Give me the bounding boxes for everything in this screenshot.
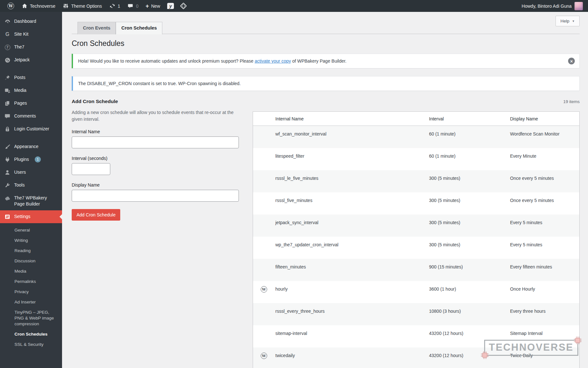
settings-submenu: General Writing Reading Discussion Media… <box>0 223 62 352</box>
table-row: W hourly 3600 (1 hour) Once Hourly <box>253 281 580 303</box>
help-button[interactable]: Help ▼ <box>556 16 580 26</box>
sidebar-item-dashboard[interactable]: Dashboard <box>0 15 62 28</box>
update-icon <box>109 3 115 9</box>
sidebar-item-comments[interactable]: Comments <box>0 110 62 123</box>
interval-cell: 300 (5 minutes) <box>429 237 510 259</box>
sidebar-item-label: The7 <box>14 44 24 50</box>
comments-menu[interactable]: 0 <box>124 0 141 12</box>
sidebar-item-wpbakery[interactable]: The7 WPBakery Page Builder <box>0 192 62 210</box>
site-name-label: Technoverse <box>30 4 55 9</box>
brush-icon <box>4 144 11 150</box>
submenu-item-media[interactable]: Media <box>0 266 62 276</box>
sidebar-item-site-kit[interactable]: G Site Kit <box>0 28 62 41</box>
display-name-label: Display Name <box>72 182 239 188</box>
table-row: rsssl_every_three_hours 10800 (3 hours) … <box>253 303 580 325</box>
internal-name-cell: rsssl_le_five_minutes <box>276 170 429 192</box>
sidebar-item-appearance[interactable]: Appearance <box>0 140 62 153</box>
sidebar-item-label: Jetpack <box>14 57 30 63</box>
user-icon <box>4 169 11 176</box>
updates-menu[interactable]: 1 <box>106 0 123 12</box>
sidebar-item-pages[interactable]: Pages <box>0 97 62 110</box>
sidebar-item-users[interactable]: Users <box>0 166 62 179</box>
wpbakery-menu[interactable] <box>178 0 189 12</box>
table-header-row: Internal Name Interval Display Name <box>253 112 580 126</box>
sidebar-item-media[interactable]: Media <box>0 84 62 97</box>
submenu-item-permalinks[interactable]: Permalinks <box>0 276 62 287</box>
dashboard-icon <box>4 18 11 25</box>
add-cron-schedule-button[interactable]: Add Cron Schedule <box>72 209 120 221</box>
site-name-menu[interactable]: Technoverse <box>18 0 58 12</box>
sidebar-item-label: Plugins <box>14 156 29 162</box>
sliders-icon <box>62 3 69 9</box>
submenu-item-reading[interactable]: Reading <box>0 246 62 256</box>
table-row: fifteen_minutes 900 (15 minutes) Every f… <box>253 259 580 281</box>
yoast-menu[interactable]: y <box>164 0 177 12</box>
wordpress-menu[interactable]: W <box>5 0 17 12</box>
display-name-input[interactable] <box>72 190 239 202</box>
sidebar-item-posts[interactable]: Posts <box>0 71 62 84</box>
comments-icon <box>4 113 11 119</box>
chevron-down-icon: ▼ <box>572 20 575 23</box>
sidebar-item-label: The7 WPBakery Page Builder <box>14 195 58 207</box>
plugins-update-badge: 1 <box>35 156 41 162</box>
table-row: litespeed_filter 60 (1 minute) Every Min… <box>253 148 580 170</box>
internal-name-cell: wp_the7_updater_cron_interval <box>276 237 429 259</box>
update-count: 1 <box>118 4 120 9</box>
cron-schedules-table: Internal Name Interval Display Name wf_s… <box>253 111 580 368</box>
submenu-item-ad-inserter[interactable]: Ad Inserter <box>0 297 62 307</box>
internal-name-cell: fifteen_minutes <box>276 259 429 281</box>
watermark-text: TECHNOVERSE <box>489 342 574 353</box>
display-name-cell: Wordfence Scan Monitor <box>510 126 580 148</box>
admin-bar: W Technoverse Theme Options 1 <box>0 0 588 12</box>
dismiss-notice-button[interactable]: × <box>568 58 575 65</box>
theme-options-menu[interactable]: Theme Options <box>59 0 105 12</box>
interval-cell: 10800 (3 hours) <box>429 303 510 325</box>
google-g-icon: G <box>4 31 11 38</box>
tab-cron-events[interactable]: Cron Events <box>77 22 116 34</box>
submenu-item-privacy[interactable]: Privacy <box>0 287 62 297</box>
account-menu[interactable]: Howdy, Bintoro Adi Guna <box>519 0 583 12</box>
lock-icon <box>4 126 11 132</box>
submenu-item-tinypng[interactable]: TinyPNG – JPEG, PNG & WebP image compres… <box>0 307 62 329</box>
submenu-item-discussion[interactable]: Discussion <box>0 256 62 266</box>
notice-text: The DISABLE_WP_CRON constant is set to t… <box>78 81 241 86</box>
tab-bar: Cron Events Cron Schedules <box>77 22 580 34</box>
interval-cell: 300 (5 minutes) <box>429 192 510 215</box>
submenu-item-ssl-security[interactable]: SSL & Security <box>0 339 62 350</box>
internal-name-cell: wf_scan_monitor_interval <box>276 126 429 148</box>
form-description: Adding a new cron schedule will allow yo… <box>72 109 234 123</box>
internal-name-cell: rsssl_every_three_hours <box>276 303 429 325</box>
sidebar-item-login-customizer[interactable]: Login Customizer <box>0 123 62 136</box>
internal-name-cell: litespeed_filter <box>276 148 429 170</box>
sidebar-item-label: Users <box>14 169 26 175</box>
sidebar-item-plugins[interactable]: Plugins 1 <box>0 153 62 166</box>
new-label: New <box>151 4 160 9</box>
display-name-cell: Once every 5 minutes <box>510 192 580 215</box>
sidebar-item-settings[interactable]: Settings <box>0 210 62 223</box>
submenu-item-writing[interactable]: Writing <box>0 235 62 246</box>
pages-icon <box>4 100 11 107</box>
table-row: wp_the7_updater_cron_interval 300 (5 min… <box>253 237 580 259</box>
column-header-interval: Interval <box>429 112 510 126</box>
submenu-item-general[interactable]: General <box>0 225 62 235</box>
interval-input[interactable] <box>72 163 110 175</box>
close-icon: × <box>570 59 573 63</box>
sidebar-item-label: Site Kit <box>14 31 28 37</box>
the7-icon: 7 <box>4 44 11 50</box>
avatar <box>574 2 583 10</box>
yoast-icon: y <box>167 3 174 9</box>
sidebar-item-jetpack[interactable]: Jetpack <box>0 54 62 66</box>
sidebar-item-tools[interactable]: Tools <box>0 179 62 192</box>
activate-copy-link[interactable]: activate your copy <box>255 58 291 64</box>
home-icon <box>21 3 28 9</box>
new-content-menu[interactable]: + New <box>143 0 163 12</box>
internal-name-input[interactable] <box>72 136 239 148</box>
tab-cron-schedules[interactable]: Cron Schedules <box>116 22 162 34</box>
internal-name-cell: jetpack_sync_interval <box>276 215 429 237</box>
plug-icon <box>4 156 11 163</box>
notice-text: Hola! Would you like to receive automati… <box>78 58 347 64</box>
chip-icon <box>481 351 489 359</box>
sidebar-item-the7[interactable]: 7 The7 <box>0 41 62 54</box>
sidebar-item-label: Media <box>14 87 26 93</box>
submenu-item-cron-schedules[interactable]: Cron Schedules <box>0 329 62 339</box>
